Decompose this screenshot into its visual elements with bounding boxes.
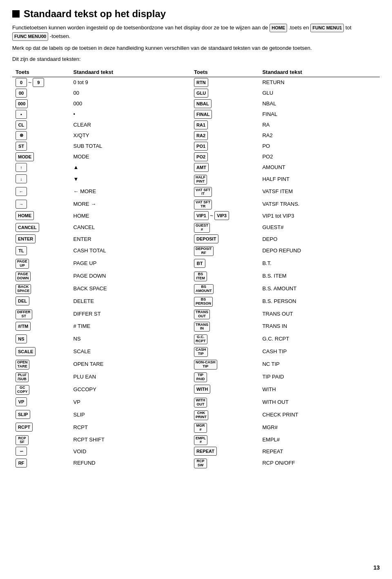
intro-paragraph-1: Functietoetsen kunnen worden ingesteld o…: [12, 24, 380, 41]
key-cell-left: CL: [12, 120, 70, 130]
table-row: ⊗X/QTYRA2RA2: [12, 130, 380, 141]
std-cell-right: VIP1 tot VIP3: [259, 210, 380, 221]
std-cell-left: # TIME: [70, 320, 191, 333]
key-cell-right: REPEAT: [191, 446, 259, 457]
table-row: ENTERENTERDEPOSITDEPO: [12, 234, 380, 244]
table-row: 0~90 tot 9RTNRETURN: [12, 77, 380, 88]
key-cell-left: RF: [12, 457, 70, 469]
key-cell-right: PO2: [191, 151, 259, 162]
key-cell-left: ∽: [12, 446, 70, 457]
key-cell-left: PAGEUP: [12, 257, 70, 269]
std-cell-right: G.C. RCPT: [259, 332, 380, 345]
key-cell-left: TL: [12, 244, 70, 257]
std-cell-left: MODE: [70, 151, 191, 162]
std-cell-left: 000: [70, 98, 191, 109]
key-cell-left: GCCOPY: [12, 383, 70, 396]
key-cell-right: FINAL: [191, 109, 259, 120]
key-cell-right: MGR#: [191, 421, 259, 434]
std-cell-right: TRANS IN: [259, 320, 380, 333]
std-cell-left: •: [70, 109, 191, 120]
key-cell-left: ⊗: [12, 130, 70, 141]
key-cell-right: GLU: [191, 88, 259, 98]
key-cell-left: ST: [12, 141, 70, 151]
key-cell-right: AMT: [191, 162, 259, 173]
std-cell-left: ▼: [70, 173, 191, 185]
std-cell-left: DELETE: [70, 295, 191, 307]
std-cell-right: WITH: [259, 383, 380, 396]
page-title: Standaard tekst op het display: [12, 8, 380, 20]
table-row: OPENTAREOPEN TARENON-CASHTIPNC TIP: [12, 358, 380, 370]
std-cell-left: PAGE DOWN: [70, 269, 191, 282]
key-cell-right: CASHTIP: [191, 345, 259, 358]
key-cell-left: 0~9: [12, 77, 70, 88]
std-cell-right: B.S. PERSON: [259, 295, 380, 307]
std-cell-right: HALF PINT: [259, 173, 380, 185]
func1-key-inline: FUNC MENU1: [310, 24, 344, 32]
table-row: ↑▲AMTAMOUNT: [12, 162, 380, 173]
table-row: 0000GLUGLU: [12, 88, 380, 98]
table-row: RCPSFRCPT SHIFTEMPL#EMPL#: [12, 434, 380, 446]
intro-paragraph-2: Merk op dat de labels op de toetsen in d…: [12, 44, 380, 52]
std-cell-left: X/QTY: [70, 130, 191, 141]
key-cell-right: RA1: [191, 120, 259, 130]
std-cell-left: RCPT: [70, 421, 191, 434]
key-cell-left: ↓: [12, 173, 70, 185]
std-cell-left: SCALE: [70, 345, 191, 358]
key-cell-right: BSITEM: [191, 269, 259, 282]
std-cell-right: EMPL#: [259, 434, 380, 446]
table-row: ←← MOREVAT SFTITVATSF ITEM: [12, 185, 380, 198]
std-cell-left: 0 tot 9: [70, 77, 191, 88]
key-cell-right: WITHOUT: [191, 396, 259, 408]
table-row: STSUB TOTALPO1PO: [12, 141, 380, 151]
key-cell-right: WITH: [191, 383, 259, 396]
key-cell-left: ENTER: [12, 234, 70, 244]
std-cell-left: DIFFER ST: [70, 307, 191, 320]
key-cell-left: RCPSF: [12, 434, 70, 446]
key-cell-right: G.C.RCPT: [191, 332, 259, 345]
key-cell-left: SCALE: [12, 345, 70, 358]
std-cell-right: RCP ON/OFF: [259, 457, 380, 469]
table-row: CLCLEARRA1RA: [12, 120, 380, 130]
table-row: DELDELETEBSPERSONB.S. PERSON: [12, 295, 380, 307]
header-standaard1: Standaard tekst: [70, 67, 191, 77]
table-header-row: Toets Standaard tekst Toets Standaard te…: [12, 67, 380, 77]
key-cell-left: CANCEL: [12, 221, 70, 234]
std-cell-right: WITH OUT: [259, 396, 380, 408]
table-row: →MORE →VAT SFTTRVATSF TRANS.: [12, 198, 380, 210]
key-cell-right: VAT SFTTR: [191, 198, 259, 210]
key-cell-left: DIFFERST: [12, 307, 70, 320]
table-row: RFREFUNDRCPSWRCP ON/OFF: [12, 457, 380, 469]
std-cell-left: OPEN TARE: [70, 358, 191, 370]
key-cell-right: TRANSIN: [191, 320, 259, 333]
key-cell-right: TRANSOUT: [191, 307, 259, 320]
std-cell-right: GUEST#: [259, 221, 380, 234]
intro-paragraph-3: Dit zijn de standaard teksten:: [12, 55, 380, 63]
key-cell-left: OPENTARE: [12, 358, 70, 370]
std-cell-right: PO: [259, 141, 380, 151]
key-cell-right: BSPERSON: [191, 295, 259, 307]
table-row: ••FINALFINAL: [12, 109, 380, 120]
key-cell-left: HOME: [12, 210, 70, 221]
std-cell-right: VATSF ITEM: [259, 185, 380, 198]
std-cell-right: GLU: [259, 88, 380, 98]
key-cell-left: SLIP: [12, 408, 70, 421]
std-cell-right: B.T.: [259, 257, 380, 269]
key-cell-right: RTN: [191, 77, 259, 88]
table-row: PAGEUPPAGE UPBTB.T.: [12, 257, 380, 269]
std-cell-left: RCPT SHIFT: [70, 434, 191, 446]
std-cell-left: MORE →: [70, 198, 191, 210]
key-cell-right: BT: [191, 257, 259, 269]
table-row: GCCOPYGCCOPYWITHWITH: [12, 383, 380, 396]
table-row: SLIPSLIPCHKPRINTCHECK PRINT: [12, 408, 380, 421]
std-cell-right: RA2: [259, 130, 380, 141]
table-row: ∽VOIDREPEATREPEAT: [12, 446, 380, 457]
std-cell-right: CASH TIP: [259, 345, 380, 358]
header-toets2: Toets: [191, 67, 259, 77]
key-cell-right: DEPOSITRF: [191, 244, 259, 257]
std-cell-right: DEPO REFUND: [259, 244, 380, 257]
key-cell-right: CHKPRINT: [191, 408, 259, 421]
std-cell-left: VP: [70, 396, 191, 408]
key-cell-right: BSAMOUNT: [191, 282, 259, 295]
table-row: NSNSG.C.RCPTG.C. RCPT: [12, 332, 380, 345]
key-cell-right: HALFPINT: [191, 173, 259, 185]
